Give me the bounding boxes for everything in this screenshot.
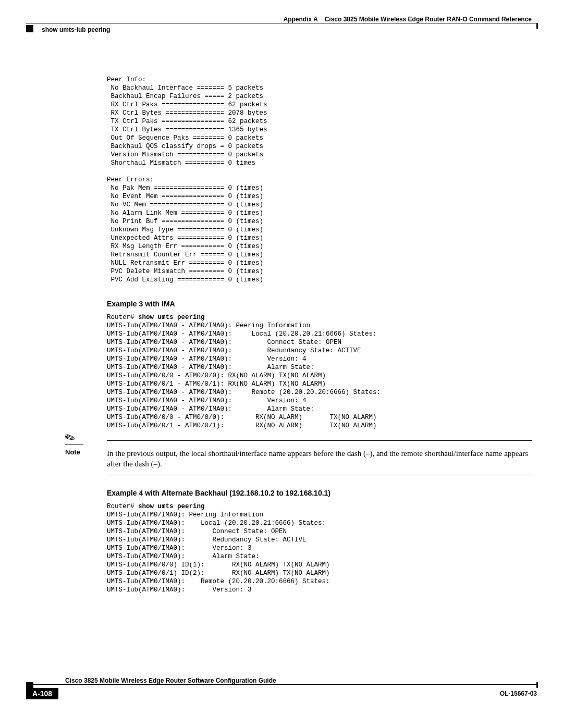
footer: Cisco 3825 Mobile Wireless Edge Router S… [26, 677, 537, 699]
peer-info-block: Peer Info: No Backhaul Interface =======… [107, 76, 532, 284]
page-number-badge: A-108 [26, 688, 58, 699]
note-bottom-rule [107, 475, 532, 475]
note-text: In the previous output, the local shorth… [107, 441, 532, 470]
example4-prompt: Router# [107, 503, 138, 510]
example3-command: show umts peering [138, 314, 205, 321]
note-underline [65, 445, 83, 445]
header-marker [26, 25, 33, 32]
header-end-marker [536, 23, 538, 29]
example4-output: UMTS-Iub(ATM0/IMA0): Peering Information… [107, 511, 330, 594]
example3-heading: Example 3 with IMA [107, 300, 532, 308]
example3-prompt: Router# [107, 314, 138, 321]
header-rule [26, 23, 537, 23]
example4-code: Router# show umts peering UMTS-Iub(ATM0/… [107, 502, 532, 594]
footer-title: Cisco 3825 Mobile Wireless Edge Router S… [65, 677, 537, 684]
page-content: Peer Info: No Backhaul Interface =======… [107, 76, 532, 594]
example3-output: UMTS-Iub(ATM0/IMA0 - ATM0/IMA0): Peering… [107, 322, 381, 429]
example4-command: show umts peering [138, 503, 205, 510]
example3-code: Router# show umts peering UMTS-Iub(ATM0/… [107, 313, 532, 430]
header-section: show umts-iub peering [42, 26, 110, 33]
header-right: Appendix A Cisco 3825 Mobile Wireless Ed… [284, 16, 532, 23]
footer-marker [26, 682, 33, 689]
header-title: Cisco 3825 Mobile Wireless Edge Router R… [325, 16, 532, 23]
doc-id: OL-15667-03 [500, 690, 537, 697]
footer-rule [26, 684, 537, 685]
appendix-label: Appendix A [284, 16, 318, 23]
example4-heading: Example 4 with Alternate Backhaul (192.1… [107, 489, 532, 497]
note-block: ✎ Note In the previous output, the local… [65, 440, 532, 475]
note-label: Note [65, 448, 80, 456]
